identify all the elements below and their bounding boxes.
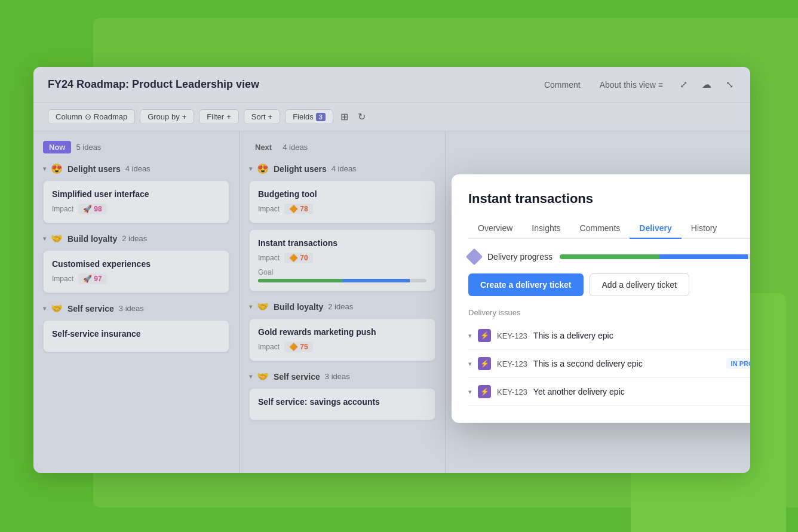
create-delivery-ticket-button[interactable]: Create a delivery ticket [468, 273, 584, 296]
progress-bar [560, 254, 750, 259]
progress-blue [659, 254, 748, 259]
issue-key-3: KEY-123 [497, 388, 527, 396]
action-buttons: Create a delivery ticket Add a delivery … [468, 273, 750, 296]
diamond-icon [466, 248, 483, 265]
chevron-icon[interactable]: ▾ [468, 332, 472, 340]
app-window: FY24 Roadmap: Product Leadership view Co… [33, 67, 750, 473]
panel-tabs: Overview Insights Comments Delivery Hist… [468, 219, 750, 239]
tab-comments[interactable]: Comments [570, 219, 630, 239]
add-delivery-ticket-button[interactable]: Add a delivery ticket [590, 273, 689, 296]
issue-key-1: KEY-123 [497, 331, 527, 340]
issue-icon-3: ⚡ [478, 385, 491, 398]
issue-icon-2: ⚡ [478, 357, 491, 370]
chevron-icon[interactable]: ▾ [468, 388, 472, 396]
delivery-panel: Instant transactions Overview Insights C… [452, 174, 750, 423]
issue-row-3: ▾ ⚡ KEY-123 Yet another delivery epic TO… [468, 378, 750, 406]
chevron-icon[interactable]: ▾ [468, 360, 472, 368]
issue-desc-1: This is a delivery epic [533, 331, 747, 340]
progress-label: Delivery progress [487, 252, 553, 262]
tab-overview[interactable]: Overview [468, 219, 522, 239]
issue-row-2: ▾ ⚡ KEY-123 This is a second delivery ep… [468, 350, 750, 378]
tab-delivery[interactable]: Delivery [630, 219, 681, 239]
issue-desc-3: Yet another delivery epic [533, 387, 745, 396]
issue-key-2: KEY-123 [497, 359, 527, 368]
tab-history[interactable]: History [682, 219, 727, 239]
issue-icon-1: ⚡ [478, 329, 491, 342]
issue-desc-2: This is a second delivery epic [533, 359, 720, 368]
tab-insights[interactable]: Insights [522, 219, 570, 239]
progress-green [560, 254, 659, 259]
issue-row-1: ▾ ⚡ KEY-123 This is a delivery epic DONE [468, 322, 750, 350]
panel-title: Instant transactions [468, 191, 750, 207]
status-badge-2: IN PROGRESS [726, 358, 750, 369]
delivery-issues-label: Delivery issues [468, 308, 750, 317]
delivery-progress-row: Delivery progress [468, 251, 750, 263]
